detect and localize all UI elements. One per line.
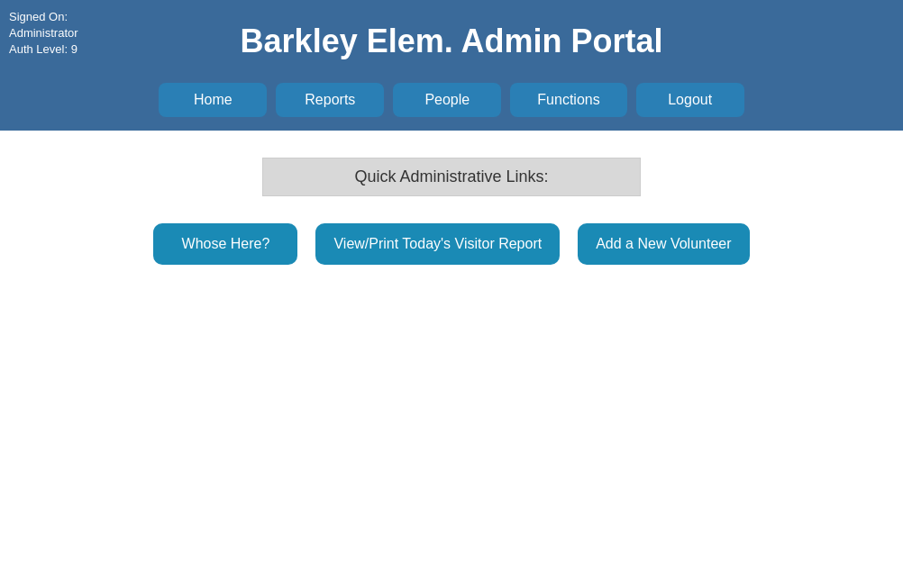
auth-label: Auth Level: 9 xyxy=(9,42,78,56)
whose-here-button[interactable]: Whose Here? xyxy=(153,223,297,265)
nav-home-button[interactable]: Home xyxy=(159,83,267,117)
add-volunteer-button[interactable]: Add a New Volunteer xyxy=(578,223,749,265)
nav-people-button[interactable]: People xyxy=(393,83,501,117)
visitor-report-button[interactable]: View/Print Today's Visitor Report xyxy=(315,223,560,265)
quick-links-buttons: Whose Here? View/Print Today's Visitor R… xyxy=(153,223,749,265)
nav-logout-button[interactable]: Logout xyxy=(636,83,744,117)
nav-functions-button[interactable]: Functions xyxy=(510,83,626,117)
page-title: Barkley Elem. Admin Portal xyxy=(18,9,885,74)
nav-bar: Home Reports People Functions Logout xyxy=(18,74,885,131)
signed-on-label: Signed On: xyxy=(9,10,68,23)
main-content: Quick Administrative Links: Whose Here? … xyxy=(0,131,903,292)
nav-reports-button[interactable]: Reports xyxy=(276,83,384,117)
header: Signed On: Administrator Auth Level: 9 B… xyxy=(0,0,903,131)
signed-on-info: Signed On: Administrator Auth Level: 9 xyxy=(9,9,78,59)
quick-links-heading: Quick Administrative Links: xyxy=(262,158,641,196)
user-label: Administrator xyxy=(9,26,78,40)
